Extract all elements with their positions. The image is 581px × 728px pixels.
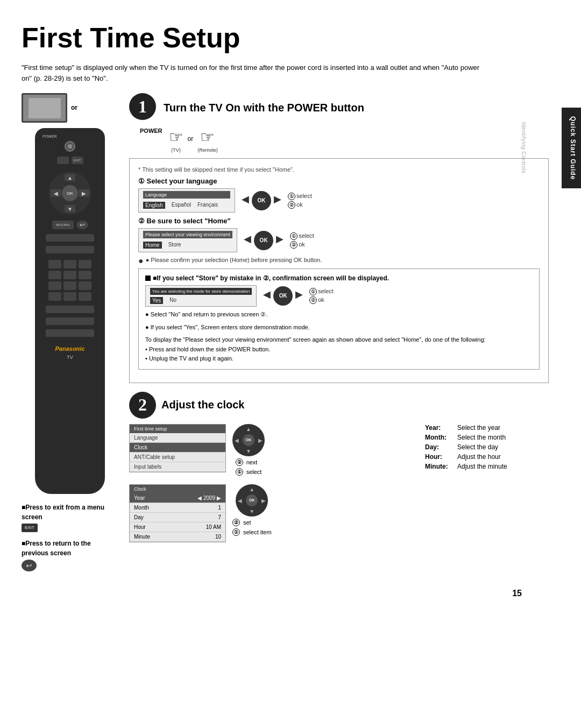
lang-opt-1: English xyxy=(143,202,165,209)
dpad-left-2: ◀ xyxy=(235,437,239,443)
lang-screen: Language English Español Français xyxy=(138,188,235,213)
dpad-right[interactable]: ▶ xyxy=(79,189,89,197)
num-btn[interactable] xyxy=(79,260,91,268)
remote-btn-1[interactable] xyxy=(57,157,69,164)
num-btn[interactable] xyxy=(63,292,76,301)
brand-logo: Panasonic xyxy=(55,345,84,352)
ok-btn-home[interactable]: OK xyxy=(254,231,273,250)
home-ui-row: Please select your viewing environment H… xyxy=(138,228,540,252)
intro-text: "First time setup" is displayed only whe… xyxy=(22,62,484,83)
select-home-title: ② Be sure to select "Home" xyxy=(138,217,540,225)
return-btn[interactable]: RETURN xyxy=(52,221,74,229)
restore-note: To display the "Please select your viewi… xyxy=(145,335,533,364)
ok-btn-menu[interactable]: OK xyxy=(243,434,254,446)
store-note-2: ● If you select "Yes", Screen enters sto… xyxy=(145,323,533,333)
dpad-down-3: ▼ xyxy=(249,508,254,514)
clock-row-minute: Minute 10 xyxy=(130,532,225,542)
menu-item-clock: Clock xyxy=(130,443,225,453)
store-screen: You are selecting the mode for store dem… xyxy=(145,285,257,307)
home-step1: ①select xyxy=(290,232,314,240)
menu-dpad: ▲ ▼ ◀ ▶ OK xyxy=(232,424,265,456)
remote-wide-5[interactable] xyxy=(46,329,94,337)
dpad-left[interactable]: ◀ xyxy=(51,189,61,197)
remote-wide-4[interactable] xyxy=(46,317,94,325)
side-tab-items: First Time Setup Identifying Controls xyxy=(521,122,539,174)
clock-dpad: ▲ ▼ ◀ ▶ OK xyxy=(236,484,268,517)
return-icon[interactable]: ↩ xyxy=(76,221,88,229)
power-button[interactable] xyxy=(65,141,75,152)
side-tab-item-controls[interactable]: Identifying Controls xyxy=(521,122,527,174)
yes-opt: Yes xyxy=(150,297,163,304)
step2-header: 2 Adjust the clock xyxy=(129,392,549,419)
dpad-down[interactable]: ▼ xyxy=(65,205,75,213)
nav-arrow-home: ◀ OK ▶ xyxy=(244,231,284,250)
num-btn[interactable] xyxy=(63,271,76,279)
clock-row-year: Year ◀ 2009 ▶ xyxy=(130,493,225,503)
instruction-box: * This setting will be skipped next time… xyxy=(129,158,549,383)
dpad-up-2: ▲ xyxy=(246,426,251,432)
store-opt: Store xyxy=(168,242,181,249)
num-btn[interactable] xyxy=(48,260,61,268)
num-btn[interactable] xyxy=(79,292,91,301)
page-title: First Time Setup xyxy=(22,22,549,54)
remote-control: POWER EXIT ▲ ▼ ◀ xyxy=(35,128,105,494)
exit-btn-label: EXIT xyxy=(22,524,38,532)
num-btn[interactable] xyxy=(48,281,61,290)
num-btn[interactable] xyxy=(79,281,91,290)
lang-opt-2: Español xyxy=(172,202,191,209)
clock-screens: First time setup Language Clock ANT/Cabl… xyxy=(129,424,414,542)
dpad-up[interactable]: ▲ xyxy=(65,174,75,181)
select-lang-title: ① Select your language xyxy=(138,177,540,185)
exit-note-text: ■Press to exit from a menu screen xyxy=(22,503,118,522)
home-screen: Please select your viewing environment H… xyxy=(138,228,237,252)
menu-item-ant: ANT/Cable setup xyxy=(130,453,225,462)
num-btn[interactable] xyxy=(79,271,91,279)
menu-dpad-area: ▲ ▼ ◀ ▶ OK ②next ①select xyxy=(232,424,265,476)
exit-btn-remote[interactable]: EXIT xyxy=(72,157,83,164)
clock-screen: Clock Year ◀ 2009 ▶ Month 1 xyxy=(129,484,226,542)
home-opt: Home xyxy=(143,242,162,249)
store-screen-header: You are selecting the mode for store dem… xyxy=(150,288,252,295)
store-warning-title: ■If you select "Store" by mistake in ②, … xyxy=(145,274,533,282)
dpad-right-3: ▶ xyxy=(261,497,266,503)
clock-header: Clock xyxy=(130,485,225,493)
step2-title: Adjust the clock xyxy=(161,399,244,411)
remote-power-device: ☞ (Remote) xyxy=(197,128,218,153)
num-btn[interactable] xyxy=(48,292,61,301)
menu-header: First time setup xyxy=(130,425,225,433)
ok-btn-store[interactable]: OK xyxy=(273,286,293,306)
side-tab-item-first-time[interactable]: First Time Setup xyxy=(533,125,539,171)
dpad: ▲ ▼ ◀ ▶ OK xyxy=(48,172,91,215)
store-note-1: ● Select "No" and return to previous scr… xyxy=(145,310,533,320)
nav-arrow-store: ◀ OK ▶ xyxy=(263,286,303,306)
step1-title: Turn the TV On with the POWER button xyxy=(164,102,364,114)
detail-day: Day: Select the day xyxy=(425,443,549,451)
home-step2: ②ok xyxy=(290,241,314,249)
no-opt: No xyxy=(169,297,176,304)
num-btn[interactable] xyxy=(48,271,61,279)
remote-wide-2[interactable] xyxy=(46,246,94,253)
menu-item-lang: Language xyxy=(130,433,225,443)
model-label: TV xyxy=(67,355,73,360)
or-label: or xyxy=(71,104,77,111)
detail-month: Month: Select the month xyxy=(425,434,549,441)
lang-step2: ②ok xyxy=(288,201,312,209)
power-label-remote: POWER xyxy=(42,135,56,138)
ok-btn-lang[interactable]: OK xyxy=(252,191,271,210)
num-btn[interactable] xyxy=(63,281,76,290)
remote-wide-3[interactable] xyxy=(46,306,94,313)
clock-annotations: ②set ①select item xyxy=(232,519,272,536)
detail-year: Year: Select the year xyxy=(425,424,549,432)
num-btn[interactable] xyxy=(63,260,76,268)
step2-circle: 2 xyxy=(129,392,156,419)
remote-wide-1[interactable] xyxy=(46,234,94,242)
step1-header: 1 Turn the TV On with the POWER button xyxy=(129,93,549,122)
side-tab-dots xyxy=(550,146,558,150)
step2-section: 2 Adjust the clock First time setup Lang… xyxy=(129,392,549,542)
tv-power-device: ☞ (TV) xyxy=(169,128,183,153)
dot-1 xyxy=(555,146,558,150)
store-ui-row: You are selecting the mode for store dem… xyxy=(145,285,533,307)
clock-dpad-area: ▲ ▼ ◀ ▶ OK ②set ①select item xyxy=(232,484,272,536)
ok-button-remote[interactable]: OK xyxy=(62,185,78,201)
menu-annotations: ②next ①select xyxy=(236,458,262,476)
